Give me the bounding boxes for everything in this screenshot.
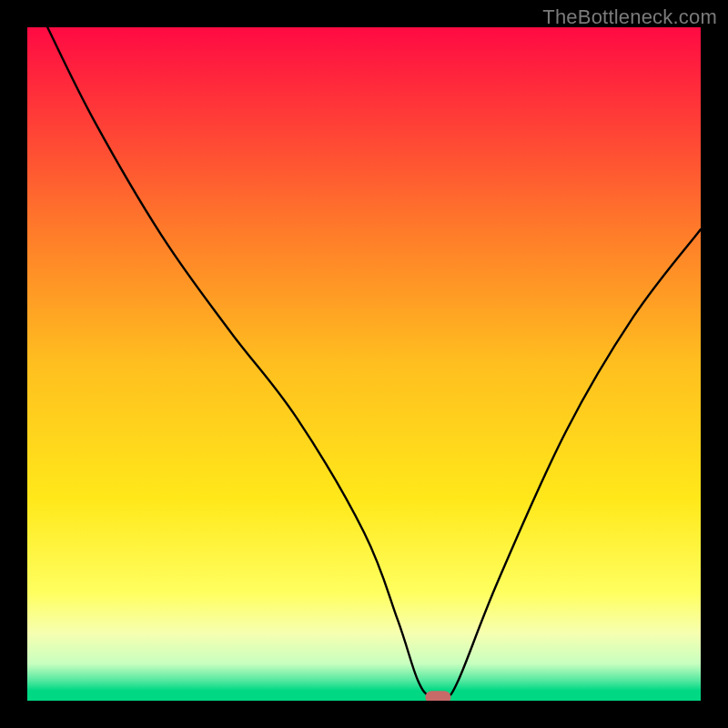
bottleneck-chart [0,0,728,728]
chart-container: TheBottleneck.com [0,0,728,728]
watermark-text: TheBottleneck.com [542,5,717,29]
gradient-background [27,27,701,701]
